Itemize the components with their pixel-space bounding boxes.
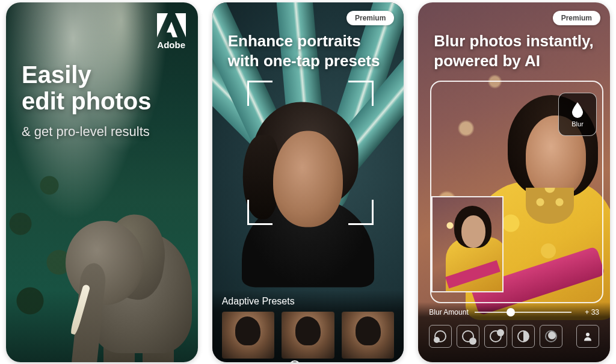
card3-headline-line2: powered by AI <box>434 52 540 70</box>
card1-headline-line2: edit photos <box>22 88 152 114</box>
svg-point-0 <box>586 333 590 336</box>
card2-headline-line2: with one-tap presets <box>228 52 380 70</box>
adobe-brand-badge: Adobe <box>157 13 186 50</box>
blur-type-row <box>429 325 599 348</box>
card1-headline: Easily edit photos <box>22 61 186 114</box>
preset-section-label: Adaptive Presets <box>222 296 395 307</box>
adobe-brand-label: Adobe <box>157 40 185 50</box>
preset-thumbnail[interactable] <box>342 312 395 359</box>
blur-type-option[interactable] <box>540 325 562 348</box>
preset-thumbnail[interactable] <box>282 312 334 359</box>
water-drop-icon <box>570 101 585 118</box>
blur-controls: Blur Amount + 33 <box>418 302 610 362</box>
card1-headline-line1: Easily <box>22 61 91 88</box>
blur-type-option[interactable] <box>484 325 507 348</box>
premium-badge: Premium <box>346 11 394 25</box>
card3-headline: Blur photos instantly, powered by AI <box>434 31 598 70</box>
screenshot-1: Adobe Easily edit photos & get pro-level… <box>6 2 198 362</box>
slider-knob[interactable] <box>507 308 515 316</box>
card3-headline-line1: Blur photos instantly, <box>434 32 593 50</box>
blur-amount-value: + 33 <box>578 308 599 316</box>
card2-headline-line1: Enhance portraits <box>228 32 361 50</box>
premium-badge: Premium <box>553 11 600 25</box>
preset-thumbnail[interactable] <box>222 312 275 359</box>
blur-tool-label: Blur <box>571 120 584 128</box>
person-icon <box>582 331 593 342</box>
subject-select-button[interactable] <box>576 325 599 348</box>
blur-type-option[interactable] <box>512 325 535 348</box>
portrait-graphic <box>245 94 371 287</box>
card1-subheadline: & get pro-level results <box>22 124 150 140</box>
blur-type-option[interactable] <box>457 325 479 348</box>
before-preview-inset <box>431 196 504 292</box>
blur-amount-slider-row: Blur Amount + 33 <box>429 308 599 316</box>
elephant-graphic <box>48 179 198 362</box>
screenshot-2: Premium Enhance portraits with one-tap p… <box>212 2 404 362</box>
blur-type-option[interactable] <box>429 325 452 348</box>
preset-strip: Adaptive Presets <box>212 290 404 362</box>
blur-amount-slider[interactable] <box>475 312 571 313</box>
blur-tool-button[interactable]: Blur <box>558 93 597 136</box>
blur-amount-label: Blur Amount <box>429 308 468 316</box>
adobe-logo-icon <box>157 13 186 37</box>
screenshot-3: Premium Blur photos instantly, powered b… <box>418 2 610 362</box>
card2-headline: Enhance portraits with one-tap presets <box>228 31 392 70</box>
preset-thumbnail-row <box>222 312 395 359</box>
portrait-area <box>212 78 404 296</box>
